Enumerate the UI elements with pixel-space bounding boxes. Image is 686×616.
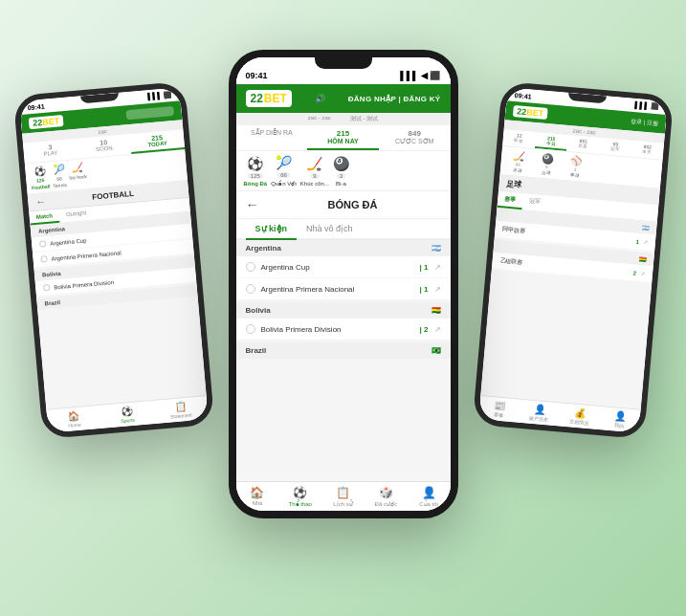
zac-left-center: zac - zac [308,115,331,123]
league-bol-center[interactable]: Bolivia Primera Division | 2 ↗ [236,319,451,341]
screen-center: 09:41 ▌▌▌ ◀ ⬛ 22 BET 🔊 ĐĂNG NHẬP | ĐĂNG … [236,57,451,511]
section-title-right: 足球 [506,180,522,189]
nav-lichsu-center[interactable]: 📋 Lịch sử [321,486,365,507]
football-icon-left: ⚽ [33,165,45,177]
nav-zhanghulishi-right[interactable]: 👤 账户历史 [519,403,560,424]
saishi-icon-right: 📰 [493,400,505,411]
sport-bangqiu-right[interactable]: ⚾ 3 棒球 [561,155,589,179]
login-label-center[interactable]: ĐĂNG NHẬP | ĐĂNG KÝ [348,95,441,103]
back-btn-left[interactable]: ← [34,196,45,208]
sport-tennis-left[interactable]: 🎾 66 Tennis [51,164,67,188]
mine-icon-right: 👤 [613,410,626,422]
argentina-label-right [503,212,504,219]
bia-icon-center: 🎱 [333,156,349,171]
sport-taiball-right[interactable]: 🎱 9 台球 [532,152,561,176]
nav-dacuoc-center[interactable]: 🎲 Đã cược [365,486,408,507]
transaction-icon-right: 💰 [573,407,586,419]
count-arg-right: 1 [635,238,639,244]
count-arg-cup: | 1 [420,263,429,272]
logo-n-center: 22 [251,92,263,105]
back-btn-center[interactable]: ← [246,197,259,212]
home-icon-left: 🏠 [67,410,79,422]
nav-home-left[interactable]: 🏠 Home [46,408,100,430]
nav-thethao-center[interactable]: ⚽ Thể thao [278,486,321,507]
login-label-right[interactable]: 登录 | 注册 [630,117,658,127]
nav-sports-left[interactable]: ⚽ Sports [100,404,154,426]
nav-saishi-right[interactable]: 📰 赛事 [478,399,520,420]
time-left: 09:41 [27,102,44,111]
logo-bet-center: BET [264,92,287,105]
league-arg-cup-center[interactable]: Argentina Cup | 1 ↗ [236,256,451,278]
phone-center: 09:41 ▌▌▌ ◀ ⬛ 22 BET 🔊 ĐĂNG NHẬP | ĐĂNG … [229,50,458,518]
zac-text-left: zac [98,128,107,135]
screen-right: 09:41 ▌▌▌ ⬛ 22 BET 登录 | 注册 zac - zac 12 … [478,87,668,432]
bingqiu-icon-right: 🏒 [512,150,524,162]
radio-bol-center [246,324,255,334]
country-bolivia-center: Bolivia 🇧🇴 [236,302,451,319]
count-guanjun[interactable]: 69 冠军 [598,138,631,157]
subtab-match[interactable]: Match [29,209,59,226]
sport-icehock-left[interactable]: 🏒 Ice hock [67,162,87,187]
time-center: 09:41 [246,71,268,80]
flag-argentina-right: 🇦🇷 [641,224,649,231]
count-sap[interactable]: SẮP DIỄN RA [236,125,308,150]
sound-icon-center: 🔊 [315,94,325,103]
sports-cats-center: ⚽ 125 Bóng Đá 🎾 66 Quần Vợt 🏒 9 Khúc côn… [236,151,451,191]
sport-bingqiu-right[interactable]: 🏒 66 冰球 [503,149,532,173]
count-homnay[interactable]: 215 HÔM NAY [307,125,379,150]
subtab-sukien[interactable]: Sự kiện [246,219,298,240]
notch-center [315,57,372,69]
nav-wode-right[interactable]: 👤 我的 [598,409,639,430]
phone-right: 09:41 ▌▌▌ ⬛ 22 BET 登录 | 注册 zac - zac 12 … [472,81,674,439]
sport-football-left[interactable]: ⚽ 125 Football [30,165,51,191]
radio-arg-primera-center [246,284,255,294]
arrow-arg-right: ↗ [642,238,648,245]
signal-left: ▌▌▌ ⬛ [147,91,172,100]
logo-n-left: 22 [32,118,42,128]
flag-bolivia-center: 🇧🇴 [432,306,441,315]
arrow-arg-primera: ↗ [434,285,441,294]
statement-icon-left: 📋 [174,401,187,412]
subtab-guanjun[interactable]: 冠军 [521,193,547,211]
section-title-center: BÓNG ĐÁ [265,199,441,210]
logo-right: 22 BET [512,105,547,120]
league-arg-primera-center[interactable]: Argentina Primera Nacional | 1 ↗ [236,278,451,300]
sports-icon-center: ⚽ [293,486,307,499]
count-chuanguan[interactable]: 852 串关 [631,141,664,160]
phones-wrapper: 09:41 ▌▌▌ ⬛ 22 BET zac 3 PLAY [18,11,669,605]
count-tabs-center: SẮP DIỄN RA 215 HÔM NAY 849 CƯỢC SỚM [236,125,451,151]
bolivia-label-right [500,243,501,250]
header-green-bar-left [125,106,174,120]
profile-icon-center: 👤 [422,486,436,499]
logo-bet-right: BET [525,107,543,119]
section-bar-center: ← BÓNG ĐÁ [236,191,451,219]
country-argentina-center: Argentina 🇦🇷 [236,240,451,256]
signal-center: ▌▌▌ ◀ ⬛ [400,71,440,80]
radio-arg-primera-left [40,255,48,263]
league-list-left: Argentina Argentina Cup Argentina Primer… [30,212,206,409]
subtab-saishi[interactable]: 赛事 [497,191,522,209]
count-cuocsm[interactable]: 849 CƯỢC SỚM [379,125,451,150]
radio-arg-cup-center [246,262,255,272]
radio-arg-cup-left [38,240,46,248]
account-icon-right: 👤 [533,404,545,415]
nav-statement-left[interactable]: 📋 Statement [153,399,208,421]
flag-brazil-center: 🇧🇷 [432,346,441,355]
sport-bia-center[interactable]: 🎱 3 Bi-a [333,156,349,187]
bets-icon-center: 🎲 [379,486,393,499]
count-arg-primera: | 1 [420,285,429,294]
count-zaopan[interactable]: 851 早盘 [566,135,600,154]
nav-nha-center[interactable]: 🏠 Nhà [236,486,279,507]
sport-quanvot-center[interactable]: 🎾 66 Quần Vợt [271,155,297,187]
bangqiu-icon-right: ⚾ [569,155,582,166]
phone-left: 09:41 ▌▌▌ ⬛ 22 BET zac 3 PLAY [12,81,214,439]
nav-jiaoyiqingkuang-right[interactable]: 💰 交易情况 [559,406,600,427]
flag-bolivia-right: 🇧🇴 [639,255,647,263]
subtab-nhavdich[interactable]: Nhà vô địch [297,219,363,240]
zac-bar-center: zac - zac 测试 - 测试 [236,113,451,125]
nav-cuatoi-center[interactable]: 👤 Của tôi [408,486,451,507]
sport-bongda-center[interactable]: ⚽ 125 Bóng Đá [244,156,268,187]
count-jiangjin[interactable]: 12 即将 [502,129,536,148]
count-jinri[interactable]: 215 今日 [534,132,567,151]
sport-khuccon-center[interactable]: 🏒 9 Khúc côn... [300,156,329,187]
